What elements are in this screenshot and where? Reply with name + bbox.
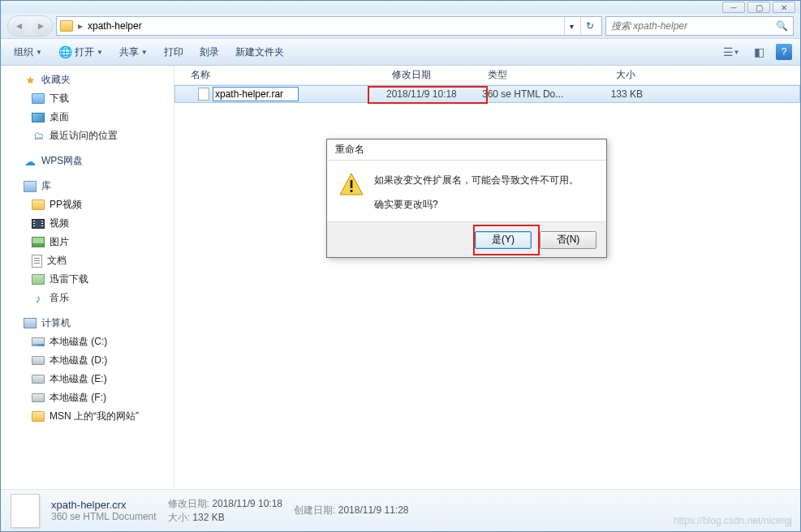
column-size[interactable]: 大小 [579, 68, 642, 82]
file-large-icon [11, 494, 40, 528]
details-filetype: 360 se HTML Document [51, 511, 157, 522]
new-folder-button[interactable]: 新建文件夹 [230, 43, 289, 62]
toolbar: 组织 ▼ 🌐打开 ▼ 共享 ▼ 打印 刻录 新建文件夹 ☰ ▼ ◧ ? [1, 38, 800, 66]
drive-icon [32, 337, 45, 346]
path-separator-icon: ▸ [78, 20, 83, 32]
nav-pictures[interactable]: 图片 [1, 233, 174, 251]
burn-button[interactable]: 刻录 [195, 43, 224, 62]
nav-recent[interactable]: 🗂最近访问的位置 [1, 127, 174, 145]
nav-e-drive[interactable]: 本地磁盘 (E:) [1, 370, 174, 388]
rename-input[interactable] [213, 87, 299, 101]
details-created-label: 创建日期: [294, 504, 335, 516]
svg-rect-1 [351, 180, 353, 188]
organize-menu[interactable]: 组织 ▼ [9, 43, 47, 62]
dialog-message-1: 如果改变文件扩展名，可能会导致文件不可用。 [374, 172, 579, 190]
file-date: 2018/11/9 10:18 [386, 88, 482, 100]
recent-icon: 🗂 [32, 130, 45, 143]
maximize-button[interactable]: ▢ [747, 2, 770, 13]
file-type: 360 se HTML Do... [482, 88, 579, 100]
details-moddate: 2018/11/9 10:18 [212, 498, 282, 509]
nav-wps-header[interactable]: ☁WPS网盘 [1, 152, 174, 170]
details-pane: xpath-helper.crx 360 se HTML Document 修改… [1, 489, 800, 531]
nav-back-forward: ◄ ► [7, 15, 53, 36]
refresh-button[interactable]: ↻ [580, 17, 598, 35]
yes-button[interactable]: 是(Y) [475, 231, 532, 249]
nav-music[interactable]: ♪音乐 [1, 289, 174, 307]
nav-c-drive[interactable]: 本地磁盘 (C:) [1, 332, 174, 351]
path-dropdown-button[interactable]: ▾ [564, 17, 579, 35]
breadcrumb[interactable]: ▸ xpath-helper ▾ ↻ [56, 16, 602, 36]
search-icon[interactable]: 🔍 [776, 20, 788, 32]
open-menu[interactable]: 🌐打开 ▼ [54, 43, 108, 62]
folder-icon [32, 411, 45, 422]
download-icon [32, 274, 45, 285]
nav-favorites-header[interactable]: ★收藏夹 [1, 71, 174, 89]
file-size: 133 KB [579, 88, 643, 100]
column-type[interactable]: 类型 [481, 68, 579, 82]
document-icon [32, 255, 42, 268]
library-icon [24, 181, 37, 192]
nav-pp-video[interactable]: PP视频 [1, 195, 174, 214]
column-date[interactable]: 修改日期 [385, 68, 481, 82]
breadcrumb-folder[interactable]: xpath-helper [88, 20, 142, 32]
address-bar: ◄ ► ▸ xpath-helper ▾ ↻ 🔍 [1, 14, 800, 38]
file-icon [198, 88, 209, 101]
nav-desktop[interactable]: 桌面 [1, 108, 174, 127]
navigation-pane: ★收藏夹 下载 桌面 🗂最近访问的位置 ☁WPS网盘 库 PP视频 视频 图片 … [1, 66, 174, 489]
details-moddate-label: 修改日期: [168, 498, 209, 509]
warning-icon [338, 172, 364, 198]
drive-icon [32, 375, 45, 384]
no-button[interactable]: 否(N) [540, 231, 596, 249]
share-menu[interactable]: 共享 ▼ [114, 43, 153, 62]
drive-icon [32, 356, 45, 365]
details-created: 2018/11/9 11:28 [338, 504, 409, 516]
music-icon: ♪ [32, 292, 45, 305]
dialog-title: 重命名 [327, 139, 606, 161]
help-button[interactable]: ? [776, 44, 792, 60]
star-icon: ★ [24, 74, 37, 87]
picture-icon [32, 237, 45, 247]
view-options-button[interactable]: ☰ ▼ [721, 43, 742, 61]
nav-libraries-header[interactable]: 库 [1, 177, 174, 195]
nav-documents[interactable]: 文档 [1, 251, 174, 270]
computer-icon [24, 318, 37, 328]
folder-icon [32, 200, 45, 210]
desktop-icon [32, 113, 45, 122]
nav-xunlei[interactable]: 迅雷下载 [1, 270, 174, 289]
dialog-message-2: 确实要更改吗? [374, 196, 579, 214]
print-button[interactable]: 打印 [159, 43, 188, 62]
drive-icon [32, 393, 45, 402]
globe-icon: 🌐 [58, 45, 72, 58]
column-name[interactable]: 名称 [174, 68, 385, 82]
svg-rect-2 [351, 190, 353, 192]
rename-dialog: 重命名 如果改变文件扩展名，可能会导致文件不可用。 确实要更改吗? 是(Y) 否… [326, 139, 607, 258]
nav-computer-header[interactable]: 计算机 [1, 314, 174, 332]
file-list-pane: 名称 修改日期 类型 大小 2018/11/9 10:18 360 se HTM… [174, 66, 800, 489]
explorer-window: ─ ▢ ✕ ◄ ► ▸ xpath-helper ▾ ↻ 🔍 组织 ▼ 🌐打开 … [0, 0, 801, 532]
nav-d-drive[interactable]: 本地磁盘 (D:) [1, 351, 174, 370]
video-icon [32, 219, 45, 229]
nav-f-drive[interactable]: 本地磁盘 (F:) [1, 388, 174, 407]
file-row[interactable]: 2018/11/9 10:18 360 se HTML Do... 133 KB [174, 85, 800, 103]
details-size: 132 KB [192, 512, 224, 523]
minimize-button[interactable]: ─ [722, 2, 745, 13]
preview-pane-button[interactable]: ◧ [748, 43, 769, 61]
forward-button[interactable]: ► [32, 17, 50, 35]
details-filename: xpath-helper.crx [51, 499, 157, 511]
column-headers: 名称 修改日期 类型 大小 [174, 66, 800, 85]
nav-videos[interactable]: 视频 [1, 214, 174, 233]
nav-msn-site[interactable]: MSN 上的“我的网站” [1, 407, 174, 426]
details-size-label: 大小: [168, 512, 190, 523]
close-button[interactable]: ✕ [773, 2, 795, 13]
search-box[interactable]: 🔍 [605, 16, 794, 36]
search-input[interactable] [611, 20, 776, 32]
cloud-icon: ☁ [24, 155, 37, 168]
titlebar: ─ ▢ ✕ [1, 1, 800, 14]
folder-icon [60, 20, 73, 32]
back-button[interactable]: ◄ [11, 17, 28, 35]
download-folder-icon [32, 93, 45, 104]
content-area: ★收藏夹 下载 桌面 🗂最近访问的位置 ☁WPS网盘 库 PP视频 视频 图片 … [1, 66, 800, 489]
nav-downloads[interactable]: 下载 [1, 89, 174, 108]
